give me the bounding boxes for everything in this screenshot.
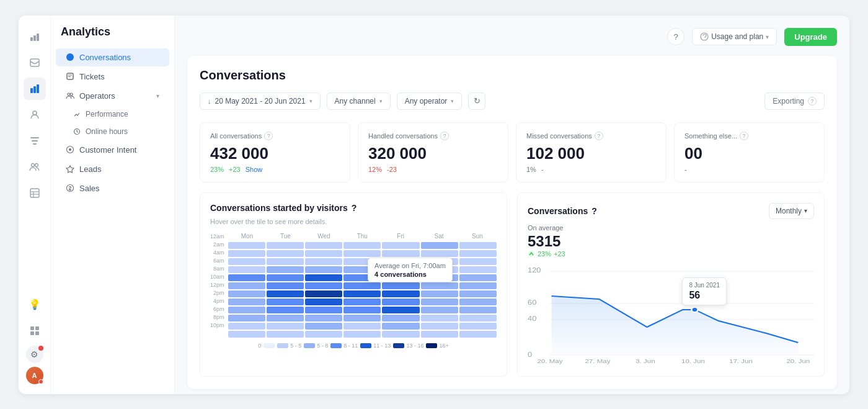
date-range-filter[interactable]: ↓ 20 May 2021 - 20 Jun 2021 ▾ (200, 92, 321, 110)
heatmap-cell[interactable] (343, 266, 381, 273)
heatmap-cell[interactable] (382, 323, 419, 330)
heatmap-cell[interactable] (228, 282, 265, 289)
nav-icon-grid[interactable] (24, 320, 46, 342)
sidebar-item-conversations[interactable]: Conversations (56, 48, 169, 66)
sidebar-item-performance[interactable]: Performance (63, 106, 169, 122)
heatmap-cell[interactable] (267, 323, 304, 330)
heatmap-cell[interactable] (305, 258, 342, 265)
stat-handled-help[interactable]: ? (440, 132, 449, 140)
heatmap-cell[interactable] (382, 299, 419, 305)
heatmap-cell[interactable] (459, 266, 497, 273)
heatmap-cell[interactable] (343, 250, 381, 257)
help-button[interactable]: ? (667, 28, 684, 45)
channel-filter[interactable]: Any channel ▾ (327, 92, 391, 110)
user-avatar[interactable]: A (26, 367, 43, 384)
heatmap-cell[interactable] (267, 242, 304, 249)
sidebar-item-sales[interactable]: Sales (56, 179, 169, 197)
heatmap-cell[interactable] (382, 331, 419, 338)
heatmap-cell[interactable] (421, 290, 458, 297)
heatmap-cell[interactable] (421, 307, 458, 313)
heatmap-cell[interactable] (267, 274, 304, 281)
sidebar-item-online-hours[interactable]: Online hours (63, 124, 169, 140)
stat-missed-help[interactable]: ? (595, 132, 603, 140)
heatmap-cell[interactable] (382, 315, 419, 321)
stat-all-show[interactable]: Show (246, 166, 263, 173)
heatmap-cell[interactable] (305, 282, 342, 289)
chart-help[interactable]: ? (591, 206, 597, 216)
heatmap-cell[interactable] (459, 258, 497, 265)
heatmap-cell[interactable] (228, 315, 265, 321)
heatmap-cell[interactable] (459, 299, 497, 305)
heatmap-cell[interactable] (305, 331, 342, 338)
nav-icon-team[interactable] (24, 104, 46, 126)
operator-filter[interactable]: Any operator ▾ (397, 92, 463, 110)
stat-all-help[interactable]: ? (264, 132, 273, 140)
heatmap-cell[interactable] (421, 282, 458, 289)
heatmap-cell[interactable] (459, 315, 497, 321)
heatmap-cell[interactable] (267, 290, 304, 297)
heatmap-cell[interactable] (305, 315, 342, 321)
heatmap-cell[interactable] (267, 299, 304, 305)
heatmap-cell[interactable] (267, 315, 304, 321)
heatmap-cell[interactable] (267, 258, 304, 265)
heatmap-cell[interactable] (421, 315, 458, 321)
upgrade-button[interactable]: Upgrade (784, 28, 837, 46)
sidebar-item-leads[interactable]: Leads (56, 160, 169, 178)
heatmap-cell[interactable] (382, 242, 419, 249)
heatmap-cell[interactable] (343, 323, 381, 330)
heatmap-cell[interactable] (305, 250, 342, 257)
heatmap-cell[interactable] (228, 258, 265, 265)
nav-icon-bar-chart[interactable] (24, 78, 46, 100)
heatmap-cell[interactable] (305, 299, 342, 305)
heatmap-cell[interactable] (459, 250, 497, 257)
monthly-button[interactable]: Monthly ▾ (769, 203, 814, 219)
heatmap-cell[interactable] (343, 290, 381, 297)
nav-icon-users[interactable] (24, 156, 46, 178)
heatmap-cell[interactable] (459, 290, 497, 297)
heatmap-cell[interactable] (382, 274, 419, 281)
heatmap-cell[interactable] (459, 307, 497, 313)
nav-icon-table[interactable] (24, 182, 46, 204)
heatmap-cell[interactable] (421, 323, 458, 330)
heatmap-cell[interactable] (421, 266, 458, 273)
heatmap-cell[interactable] (382, 307, 419, 313)
usage-plan-button[interactable]: Usage and plan ▾ (692, 28, 777, 45)
heatmap-cell[interactable] (228, 290, 265, 297)
heatmap-cell[interactable] (343, 242, 381, 249)
heatmap-cell[interactable] (267, 307, 304, 313)
heatmap-cell[interactable] (228, 307, 265, 313)
heatmap-cell[interactable] (228, 266, 265, 273)
heatmap-cell[interactable] (343, 299, 381, 305)
heatmap-cell[interactable] (267, 266, 304, 273)
nav-icon-analytics[interactable] (24, 25, 46, 48)
heatmap-cell[interactable] (343, 331, 381, 338)
heatmap-cell[interactable] (228, 242, 265, 249)
heatmap-cell[interactable] (459, 323, 497, 330)
heatmap-cell[interactable] (459, 331, 497, 338)
heatmap-cell[interactable] (343, 307, 381, 313)
sidebar-item-operators[interactable]: Operators ▾ (56, 87, 169, 105)
heatmap-cell[interactable] (459, 274, 497, 281)
heatmap-cell[interactable] (228, 323, 265, 330)
heatmap-cell[interactable] (343, 282, 381, 289)
heatmap-cell[interactable] (228, 250, 265, 257)
heatmap-help[interactable]: ? (352, 203, 357, 213)
heatmap-cell[interactable] (382, 250, 419, 257)
heatmap-cell[interactable] (305, 323, 342, 330)
heatmap-cell[interactable] (421, 331, 458, 338)
heatmap-cell[interactable] (267, 331, 304, 338)
heatmap-cell[interactable] (267, 250, 304, 257)
heatmap-cell[interactable] (228, 299, 265, 305)
heatmap-cell[interactable] (343, 315, 381, 321)
nav-icon-filter[interactable] (24, 130, 46, 152)
sidebar-item-customer-intent[interactable]: Customer Intent (56, 141, 169, 159)
refresh-button[interactable]: ↻ (468, 92, 485, 110)
heatmap-cell[interactable] (382, 282, 419, 289)
heatmap-cell[interactable] (267, 282, 304, 289)
heatmap-cell[interactable] (305, 274, 342, 281)
heatmap-cell[interactable] (228, 274, 265, 281)
heatmap-cell[interactable] (421, 258, 458, 265)
heatmap-cell[interactable] (421, 274, 458, 281)
heatmap-cell[interactable] (305, 307, 342, 313)
settings-icon[interactable]: ⚙ (26, 346, 43, 363)
